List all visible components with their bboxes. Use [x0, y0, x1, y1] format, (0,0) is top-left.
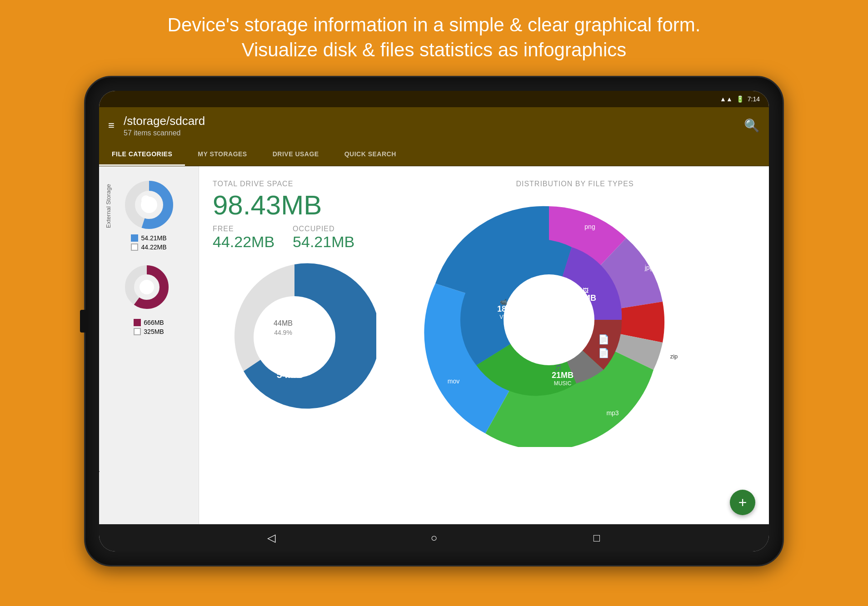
system-legend: 666MB 325MB [134, 319, 164, 335]
svg-text:png: png [584, 223, 595, 230]
system-storage-item: 666MB 325MB [124, 264, 174, 335]
external-used-legend: 54.21MB [131, 234, 166, 242]
status-bar: ▲▲ 🔋 7:14 [99, 91, 769, 107]
svg-text:📄: 📄 [598, 334, 609, 345]
svg-text:zip: zip [670, 353, 678, 360]
svg-text:10MB: 10MB [574, 293, 596, 303]
tab-drive-usage[interactable]: DRIVE USAGE [260, 144, 332, 166]
system-storage-label: System [99, 457, 100, 476]
tablet-side-button [80, 310, 87, 333]
svg-text:54MB: 54MB [277, 369, 304, 380]
external-free-value: 44.22MB [141, 243, 166, 251]
storage-path: /storage/sdcard [124, 114, 744, 128]
total-label: TOTAL DRIVE SPACE [213, 180, 376, 188]
used-color-swatch [131, 234, 138, 242]
external-storage-item: 54.21MB 44.22MB [124, 180, 174, 251]
occupied-value: 54.21MB [293, 233, 354, 251]
svg-point-18 [504, 274, 594, 365]
tablet-screen: ▲▲ 🔋 7:14 ≡ /storage/sdcard 57 items sca… [99, 91, 769, 551]
svg-text:MUSIC: MUSIC [554, 380, 572, 387]
svg-text:📄: 📄 [598, 348, 609, 358]
battery-icon: 🔋 [736, 95, 744, 103]
system-used-swatch [134, 319, 141, 326]
bottom-nav: ◁ ○ □ [99, 524, 769, 551]
external-donut-chart [124, 180, 174, 230]
occupied-stat: OCCUPIED 54.21MB [293, 225, 354, 251]
system-free-swatch [134, 328, 141, 335]
app-bar-title: /storage/sdcard 57 items scanned [124, 114, 744, 137]
distribution-chart: DISTRIBUTION BY FILE TYPES png jpg [394, 180, 755, 449]
fab-button[interactable]: + [730, 490, 755, 515]
svg-point-6 [140, 280, 154, 294]
svg-text:VIDEO: VIDEO [499, 314, 516, 320]
svg-text:mov: mov [448, 378, 459, 385]
content-area: TOTAL DRIVE SPACE 98.43MB FREE 44.22MB O… [199, 166, 769, 524]
svg-text:21MB: 21MB [552, 371, 574, 380]
home-button[interactable]: ○ [425, 529, 443, 547]
external-used-value: 54.21MB [141, 234, 166, 242]
menu-icon[interactable]: ≡ [108, 119, 115, 132]
sidebar: External Storage [99, 166, 199, 524]
time-display: 7:14 [748, 95, 760, 103]
svg-text:pdf: pdf [668, 319, 676, 326]
fab-icon: + [738, 494, 747, 511]
free-color-swatch [131, 243, 138, 251]
headline-line2: Visualize disk & files statistics as inf… [242, 39, 627, 60]
total-value: 98.43MB [213, 190, 376, 220]
external-storage-label: External Storage [105, 184, 112, 228]
tab-file-categories[interactable]: FILE CATEGORIES [99, 144, 185, 166]
svg-text:44MB: 44MB [274, 319, 293, 327]
system-donut-chart [124, 264, 174, 314]
tablet: ▲▲ 🔋 7:14 ≡ /storage/sdcard 57 items sca… [84, 76, 784, 566]
tab-quick-search[interactable]: QUICK SEARCH [332, 144, 409, 166]
free-value: 44.22MB [213, 233, 274, 251]
distribution-title: DISTRIBUTION BY FILE TYPES [394, 180, 755, 188]
back-button[interactable]: ◁ [262, 529, 280, 547]
main-content: External Storage [99, 166, 769, 524]
occupied-label: OCCUPIED [293, 225, 354, 233]
search-button[interactable]: 🔍 [744, 118, 760, 133]
svg-text:44.9%: 44.9% [274, 329, 292, 336]
svg-point-3 [141, 195, 150, 204]
nav-tabs: FILE CATEGORIES MY STORAGES DRIVE USAGE … [99, 144, 769, 166]
system-free-legend: 325MB [134, 328, 164, 335]
svg-text:jpg: jpg [644, 264, 653, 271]
drive-stats: TOTAL DRIVE SPACE 98.43MB FREE 44.22MB O… [213, 180, 376, 251]
free-stat: FREE 44.22MB [213, 225, 274, 251]
recents-button[interactable]: □ [588, 529, 606, 547]
items-scanned: 57 items scanned [124, 129, 744, 137]
system-used-legend: 666MB [134, 319, 164, 326]
system-free-value: 325MB [144, 328, 164, 335]
svg-text:mp3: mp3 [606, 409, 619, 417]
left-panel: TOTAL DRIVE SPACE 98.43MB FREE 44.22MB O… [213, 180, 376, 449]
status-icons: ▲▲ 🔋 7:14 [720, 95, 760, 103]
headline-line1: Device's storage information in a simple… [168, 14, 701, 35]
signal-icon: ▲▲ [720, 95, 733, 103]
external-free-legend: 44.22MB [131, 243, 166, 251]
free-occupied-row: FREE 44.22MB OCCUPIED 54.21MB [213, 225, 376, 251]
hero-text: Device's storage information in a simple… [0, 0, 868, 71]
external-legend: 54.21MB 44.22MB [131, 234, 166, 251]
svg-text:🖼: 🖼 [583, 287, 589, 294]
pie-chart: 44MB 44.9% 55.1% 54MB [213, 260, 376, 423]
svg-text:18MB: 18MB [497, 304, 519, 313]
tablet-wrapper: ▲▲ 🔋 7:14 ≡ /storage/sdcard 57 items sca… [0, 76, 868, 566]
system-used-value: 666MB [144, 319, 164, 326]
tab-my-storages[interactable]: MY STORAGES [185, 144, 259, 166]
content-row: TOTAL DRIVE SPACE 98.43MB FREE 44.22MB O… [213, 180, 755, 449]
app-bar: ≡ /storage/sdcard 57 items scanned 🔍 [99, 107, 769, 144]
free-label: FREE [213, 225, 274, 233]
